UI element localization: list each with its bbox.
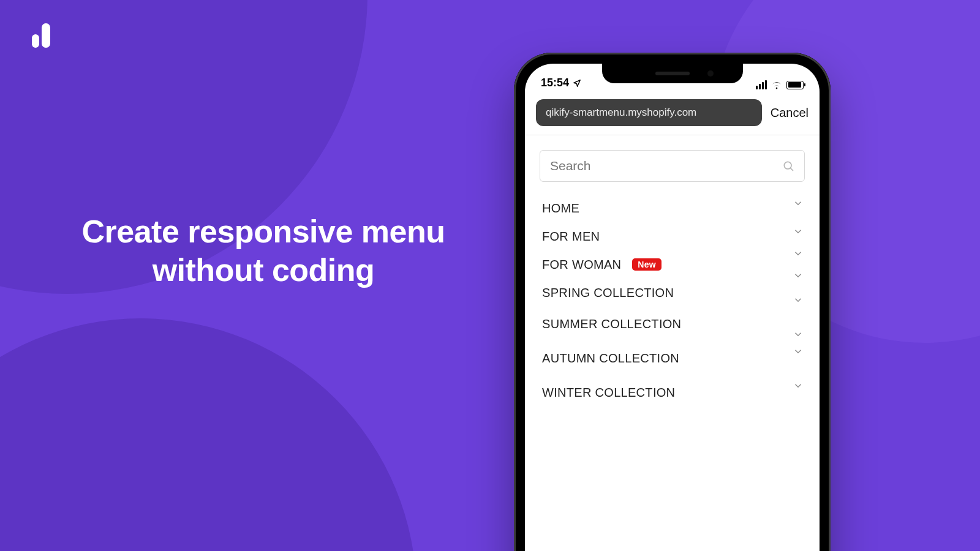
search-icon	[782, 160, 794, 172]
chevron-down-icon	[793, 346, 804, 357]
search-input[interactable]: Search	[540, 150, 805, 182]
chevron-down-icon	[793, 380, 804, 391]
battery-icon	[786, 81, 804, 89]
browser-address-bar: qikify-smartmenu.myshopify.com Cancel	[525, 92, 820, 135]
menu-item-for-men[interactable]: FOR MEN	[540, 222, 805, 250]
wifi-icon	[771, 81, 782, 89]
promo-stage: Create responsive menu without coding 15…	[0, 0, 980, 551]
nav-menu: HOME FOR MEN FOR WOMAN New SPRING COLLEC…	[540, 194, 805, 410]
menu-label: AUTUMN COLLECTION	[542, 351, 679, 365]
chevron-down-icon	[793, 226, 804, 237]
brand-logo	[32, 23, 50, 48]
menu-label: WINTER COLLECTION	[542, 386, 675, 400]
chevron-down-icon	[793, 270, 804, 281]
page-headline: Create responsive menu without coding	[43, 212, 484, 290]
svg-line-1	[790, 168, 793, 170]
menu-label: FOR WOMAN	[542, 258, 621, 272]
menu-item-autumn[interactable]: AUTUMN COLLECTION	[540, 341, 805, 375]
phone-screen: 15:54 qikify-smartmenu.myshopify.com Can…	[525, 64, 820, 551]
menu-item-for-woman[interactable]: FOR WOMAN New	[540, 250, 805, 279]
chevron-down-icon	[793, 248, 804, 259]
menu-item-winter[interactable]: WINTER COLLECTION	[540, 375, 805, 410]
bg-blob	[0, 318, 417, 551]
search-placeholder: Search	[550, 159, 591, 173]
menu-label: SUMMER COLLECTION	[542, 317, 681, 331]
phone-notch	[602, 64, 743, 83]
chevron-down-icon	[793, 294, 804, 305]
location-icon	[573, 79, 581, 88]
status-time: 15:54	[541, 77, 569, 89]
menu-label: SPRING COLLECTION	[542, 286, 674, 300]
menu-label: FOR MEN	[542, 230, 600, 244]
menu-item-spring[interactable]: SPRING COLLECTION	[540, 279, 805, 307]
chevron-down-icon	[793, 329, 804, 340]
phone-frame: 15:54 qikify-smartmenu.myshopify.com Can…	[514, 53, 831, 551]
url-field[interactable]: qikify-smartmenu.myshopify.com	[536, 99, 762, 126]
cellular-icon	[756, 80, 767, 89]
menu-item-home[interactable]: HOME	[540, 194, 805, 222]
menu-label: HOME	[542, 201, 579, 216]
cancel-button[interactable]: Cancel	[771, 106, 809, 120]
menu-item-summer[interactable]: SUMMER COLLECTION	[540, 307, 805, 341]
chevron-down-icon	[793, 198, 804, 209]
new-badge: New	[632, 258, 662, 271]
